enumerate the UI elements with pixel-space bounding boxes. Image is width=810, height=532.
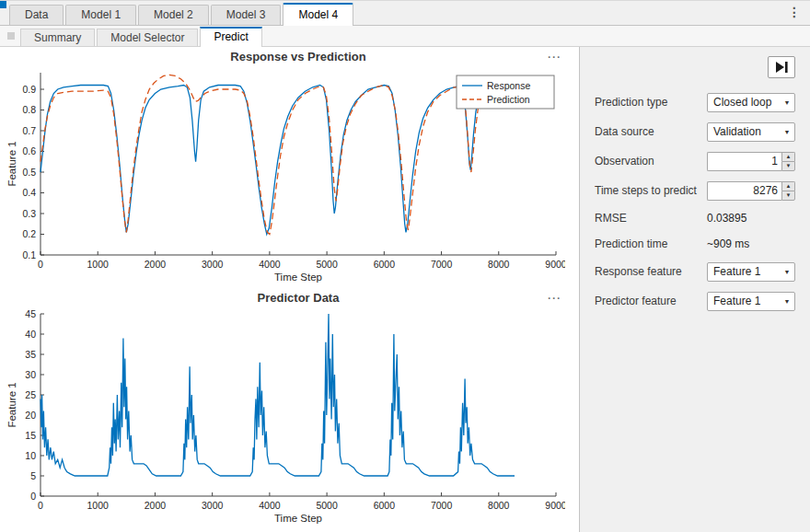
y-tick-label: 0.9 xyxy=(22,84,36,95)
legend[interactable]: ResponsePrediction xyxy=(457,75,554,109)
legend-label: Prediction xyxy=(487,94,530,105)
spinner-up-icon[interactable]: ▲ xyxy=(781,181,795,191)
x-tick-label: 4000 xyxy=(259,259,281,270)
y-tick-label: 40 xyxy=(25,329,36,340)
x-tick-label: 3000 xyxy=(202,259,224,270)
predictor-line xyxy=(40,314,515,476)
predictor-data-plot: 0100020003000400050006000700080009000051… xyxy=(6,306,565,526)
y-tick-label: 0.5 xyxy=(22,167,36,178)
data-source-dropdown[interactable]: Validation ▼ xyxy=(707,122,795,142)
predictor-feature-dropdown[interactable]: Feature 1 ▼ xyxy=(707,292,795,311)
y-tick-label: 15 xyxy=(25,430,36,441)
response-vs-prediction-chart: Response vs Prediction ⋯ 010002000300040… xyxy=(6,49,565,284)
chevron-down-icon: ▼ xyxy=(780,298,794,305)
subtab-model-selector[interactable]: Model Selector xyxy=(97,29,198,46)
x-tick-label: 6000 xyxy=(374,259,396,270)
predictor-data-chart: Predictor Data ⋯ 01000200030004000500060… xyxy=(6,290,565,526)
response-line xyxy=(40,86,515,235)
time-steps-label: Time steps to predict xyxy=(595,184,707,197)
observation-label: Observation xyxy=(595,155,707,168)
x-tick-label: 0 xyxy=(38,259,43,270)
response-feature-dropdown[interactable]: Feature 1 ▼ xyxy=(707,262,795,282)
predictor-feature-row: Predictor feature Feature 1 ▼ xyxy=(595,286,795,316)
x-tick-label: 2000 xyxy=(145,259,167,270)
model-sub-tab-bar: Summary Model Selector Predict xyxy=(0,26,810,47)
y-tick-label: 0.2 xyxy=(22,228,36,239)
prediction-type-value: Closed loop xyxy=(708,96,780,109)
window-menu-button[interactable]: ⋮ xyxy=(788,5,801,19)
x-axis-label: Time Step xyxy=(274,272,322,283)
axes-options-button[interactable]: ⋯ xyxy=(547,291,561,306)
observation-spinner[interactable]: ▲ ▼ xyxy=(707,152,795,171)
y-tick-label: 35 xyxy=(25,349,36,360)
chart-title-predictor-data: Predictor Data xyxy=(6,290,565,306)
x-tick-label: 8000 xyxy=(488,500,510,511)
y-tick-label: 0.4 xyxy=(22,187,36,198)
data-source-value: Validation xyxy=(708,125,780,138)
x-tick-label: 4000 xyxy=(259,500,281,511)
chevron-down-icon: ▼ xyxy=(780,99,794,106)
x-tick-label: 5000 xyxy=(316,500,338,511)
x-axis-label: Time Step xyxy=(274,513,322,524)
tab-model-2[interactable]: Model 2 xyxy=(138,5,209,25)
dock-icon xyxy=(7,32,15,40)
time-steps-input[interactable] xyxy=(707,181,781,201)
x-tick-label: 8000 xyxy=(488,259,510,270)
subtab-summary[interactable]: Summary xyxy=(20,29,95,46)
prediction-type-dropdown[interactable]: Closed loop ▼ xyxy=(707,93,795,112)
tab-model-1[interactable]: Model 1 xyxy=(65,5,136,25)
subtab-predict[interactable]: Predict xyxy=(200,27,261,47)
spinner-down-icon[interactable]: ▼ xyxy=(781,191,795,201)
y-tick-label: 5 xyxy=(30,470,36,481)
prediction-time-row: Prediction time ~909 ms xyxy=(595,231,795,257)
spinner-buttons: ▲ ▼ xyxy=(781,152,795,171)
y-tick-label: 0.1 xyxy=(22,249,36,260)
y-tick-label: 45 xyxy=(25,308,36,319)
predictor-feature-value: Feature 1 xyxy=(708,295,780,307)
x-tick-label: 1000 xyxy=(87,500,110,511)
data-source-row: Data source Validation ▼ xyxy=(595,117,795,146)
spinner-down-icon[interactable]: ▼ xyxy=(781,161,795,171)
response-feature-row: Response feature Feature 1 ▼ xyxy=(595,257,795,286)
tab-model-3[interactable]: Model 3 xyxy=(211,5,282,25)
response-feature-label: Response feature xyxy=(595,265,707,278)
response-feature-value: Feature 1 xyxy=(708,265,780,278)
x-tick-label: 2000 xyxy=(145,500,167,511)
chevron-down-icon: ▼ xyxy=(780,269,794,275)
prediction-time-value: ~909 ms xyxy=(707,237,795,250)
x-tick-label: 6000 xyxy=(374,500,396,511)
axes: 0100020003000400050006000700080009000051… xyxy=(25,308,565,512)
legend-label: Response xyxy=(487,80,530,91)
x-tick-label: 1000 xyxy=(87,259,110,270)
time-steps-spinner[interactable]: ▲ ▼ xyxy=(707,181,795,201)
x-tick-label: 3000 xyxy=(202,500,224,511)
prediction-type-label: Prediction type xyxy=(595,96,707,109)
observation-input[interactable] xyxy=(707,152,781,171)
x-tick-label: 7000 xyxy=(431,259,453,270)
tab-model-4[interactable]: Model 4 xyxy=(283,3,353,26)
window-accent xyxy=(0,1,6,8)
axes-options-button[interactable]: ⋯ xyxy=(547,50,561,64)
data-source-label: Data source xyxy=(595,125,707,138)
run-row xyxy=(595,52,795,87)
spinner-up-icon[interactable]: ▲ xyxy=(781,152,795,161)
predictor-feature-label: Predictor feature xyxy=(595,295,707,307)
run-prediction-button[interactable] xyxy=(768,56,795,78)
y-tick-label: 0.6 xyxy=(22,145,36,156)
y-tick-label: 20 xyxy=(25,410,36,421)
spinner-buttons: ▲ ▼ xyxy=(781,181,795,201)
x-tick-label: 5000 xyxy=(316,259,338,270)
x-tick-label: 7000 xyxy=(431,500,453,511)
tab-data[interactable]: Data xyxy=(9,5,64,25)
time-steps-row: Time steps to predict ▲ ▼ xyxy=(595,176,795,205)
document-tab-bar: Data Model 1 Model 2 Model 3 Model 4 ⋮ xyxy=(0,1,810,26)
rmse-value: 0.03895 xyxy=(707,212,795,225)
rmse-label: RMSE xyxy=(595,212,707,225)
step-forward-icon xyxy=(774,61,789,74)
content-area: Response vs Prediction ⋯ 010002000300040… xyxy=(0,47,810,532)
response-vs-prediction-plot: 01000200030004000500060007000800090000.1… xyxy=(6,65,565,284)
y-tick-label: 30 xyxy=(25,369,36,380)
prediction-type-row: Prediction type Closed loop ▼ xyxy=(595,87,795,117)
prediction-time-label: Prediction time xyxy=(595,237,707,250)
y-axis-label: Feature 1 xyxy=(6,382,17,427)
